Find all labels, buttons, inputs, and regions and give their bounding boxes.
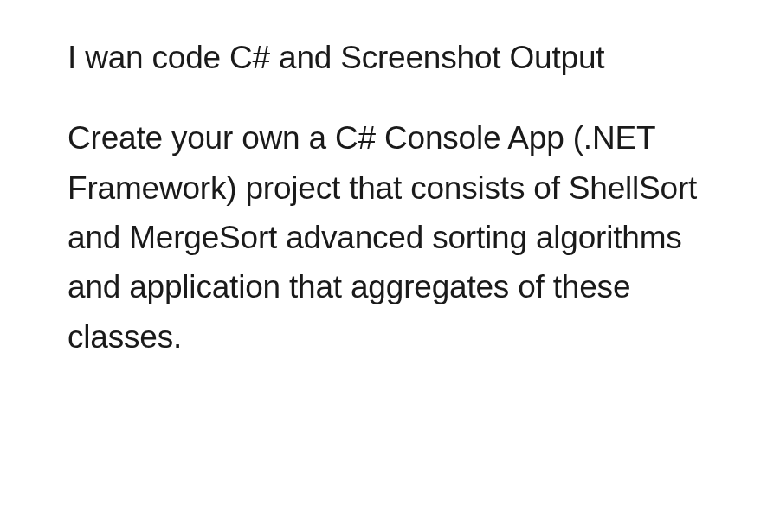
assignment-paragraph: Create your own a C# Console App (.NET F… [68, 113, 699, 362]
intro-paragraph: I wan code C# and Screenshot Output [68, 33, 699, 82]
